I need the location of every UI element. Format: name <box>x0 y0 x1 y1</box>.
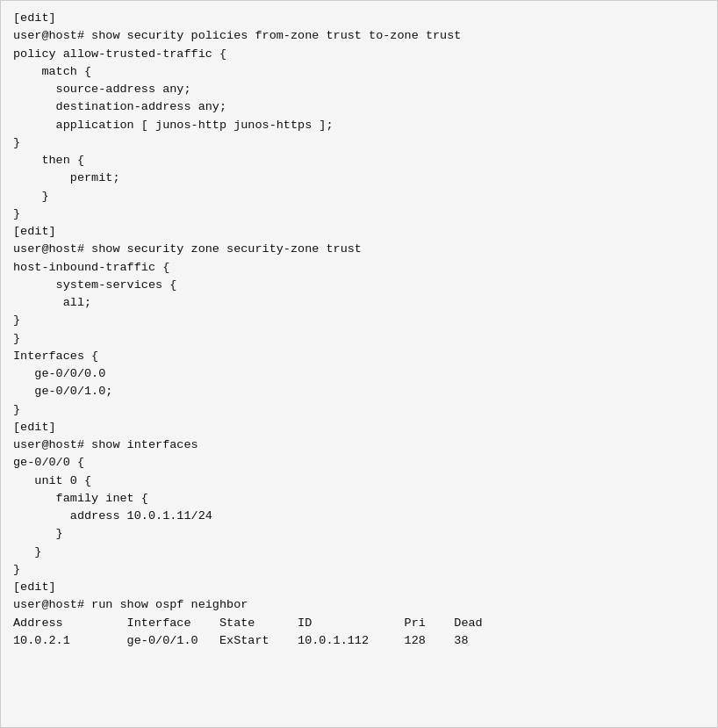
terminal-line: } <box>13 561 705 579</box>
terminal-line: 10.0.2.1 ge-0/0/1.0 ExStart 10.0.1.112 1… <box>13 632 705 650</box>
terminal-line: then { <box>13 152 705 169</box>
terminal-line: policy allow-trusted-traffic { <box>13 46 705 63</box>
terminal-line: address 10.0.1.11/24 <box>13 508 705 525</box>
terminal-line: } <box>13 330 705 348</box>
terminal-line: source-address any; <box>13 81 705 98</box>
terminal-line: } <box>13 312 705 329</box>
terminal-line: unit 0 { <box>13 472 705 490</box>
terminal-line: } <box>13 205 705 223</box>
terminal-line: } <box>13 134 705 152</box>
terminal-line: all; <box>13 294 705 312</box>
terminal-line: [edit] <box>13 223 705 241</box>
terminal-line: permit; <box>13 169 705 187</box>
terminal-line: destination-address any; <box>13 98 705 116</box>
terminal-line: application [ junos-http junos-https ]; <box>13 117 705 134</box>
terminal-line: match { <box>13 63 705 81</box>
terminal-line: [edit] <box>13 10 705 27</box>
terminal-line: } <box>13 544 705 561</box>
terminal-line: family inet { <box>13 490 705 508</box>
terminal-line: Address Interface State ID Pri Dead <box>13 615 705 632</box>
terminal-line: system-services { <box>13 277 705 294</box>
terminal-line: [edit] <box>13 419 705 436</box>
terminal-line: user@host# show security policies from-z… <box>13 27 705 45</box>
terminal-line: } <box>13 188 705 205</box>
terminal-line: ge-0/0/0.0 <box>13 365 705 383</box>
terminal-line: host-inbound-traffic { <box>13 259 705 277</box>
terminal-line: Interfaces { <box>13 348 705 365</box>
terminal-content: [edit]user@host# show security policies … <box>13 10 705 650</box>
terminal-line: user@host# run show ospf neighbor <box>13 596 705 614</box>
terminal-container: [edit]user@host# show security policies … <box>0 0 718 728</box>
terminal-line: [edit] <box>13 579 705 596</box>
terminal-line: } <box>13 525 705 543</box>
terminal-line: } <box>13 401 705 419</box>
terminal-line: user@host# show security zone security-z… <box>13 241 705 258</box>
terminal-line: ge-0/0/1.0; <box>13 383 705 400</box>
terminal-line: user@host# show interfaces <box>13 436 705 454</box>
terminal-line: ge-0/0/0 { <box>13 454 705 472</box>
